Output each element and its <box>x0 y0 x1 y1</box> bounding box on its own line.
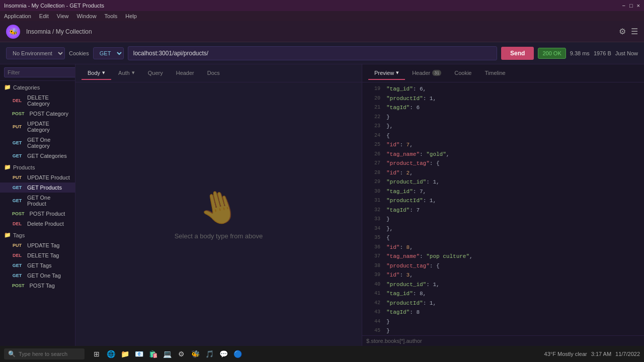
sidebar-item-get-tags[interactable]: GET GET Tags <box>0 260 75 270</box>
title-bar-controls[interactable]: − □ × <box>622 3 640 9</box>
json-line: 20 "productId": 1, <box>362 94 644 104</box>
taskbar-app-vscode[interactable]: 💻 <box>161 348 173 360</box>
request-bar: No Environment Cookies GET Send 200 OK 9… <box>0 42 644 64</box>
taskbar-app-store[interactable]: 🛍️ <box>147 348 159 360</box>
sidebar-item-delete-product[interactable]: DEL Delete Product <box>0 219 75 229</box>
cookies-button[interactable]: Cookies <box>69 50 89 56</box>
tab-timeline[interactable]: Timeline <box>478 67 511 80</box>
sidebar-item-post-product[interactable]: POST POST Product <box>0 209 75 219</box>
settings-icon[interactable]: ⚙ <box>619 27 626 36</box>
sidebar-item-get-one-tag[interactable]: GET GET One Tag <box>0 270 75 281</box>
tab-auth[interactable]: Auth ▾ <box>112 66 141 80</box>
tab-response-header[interactable]: Header 31 <box>406 67 447 80</box>
menu-view[interactable]: View <box>57 13 69 19</box>
sidebar-item-update-product[interactable]: PUT UPDATE Product <box>0 172 75 183</box>
url-input[interactable] <box>128 46 497 60</box>
send-button[interactable]: Send <box>501 47 534 60</box>
taskbar-app-insomnia[interactable]: 🐝 <box>189 348 201 360</box>
sidebar-item-label: POST Category <box>30 111 68 117</box>
line-number: 33 <box>366 215 380 224</box>
line-number: 34 <box>366 225 380 233</box>
menu-tools[interactable]: Tools <box>105 13 118 19</box>
tab-cookie[interactable]: Cookie <box>448 67 477 80</box>
sidebar-section-label: Products <box>13 164 35 170</box>
sidebar-item-update-category[interactable]: PUT UPDATE Category <box>0 119 75 135</box>
sidebar-item-label: GET Products <box>27 185 62 191</box>
sidebar-item-label: UPDATE Tag <box>27 242 59 248</box>
taskbar-search-input[interactable] <box>19 351 79 357</box>
tab-header[interactable]: Header <box>170 67 200 80</box>
taskbar-app-browser[interactable]: 🌐 <box>105 348 117 360</box>
line-number: 19 <box>366 85 380 94</box>
sidebar-item-get-one-product[interactable]: GET GET One Product <box>0 193 75 209</box>
taskbar-app-mail[interactable]: 📧 <box>133 348 145 360</box>
sidebar-filter: ⇅ + <box>0 64 75 81</box>
sidebar-item-update-tag[interactable]: PUT UPDATE Tag <box>0 240 75 250</box>
minimize-button[interactable]: − <box>622 3 625 9</box>
sidebar-section-tags[interactable]: 📁 Tags <box>0 229 75 240</box>
json-line: 35{ <box>362 233 644 243</box>
tab-docs[interactable]: Docs <box>201 67 226 80</box>
json-line: 31 "productId": 1, <box>362 196 644 206</box>
sidebar-item-label: GET Tags <box>27 262 52 268</box>
tab-preview[interactable]: Preview ▾ <box>368 66 405 80</box>
response-body: 19 "tag_id": 6,20 "productId": 1,21 "tag… <box>362 82 644 335</box>
sidebar-item-get-products[interactable]: GET GET Products <box>0 183 75 193</box>
tab-body[interactable]: Body ▾ <box>82 66 111 80</box>
sidebar-item-get-one-category[interactable]: GET GET One Category <box>0 135 75 151</box>
close-button[interactable]: × <box>637 3 640 9</box>
chevron-down-icon: ▾ <box>132 69 135 76</box>
request-panel: Body ▾ Auth ▾ Query Header Docs 🤚 Select… <box>75 64 362 346</box>
taskbar-app-spotify[interactable]: 🎵 <box>203 348 215 360</box>
json-line: 23}, <box>362 122 644 131</box>
menu-edit[interactable]: Edit <box>39 13 49 19</box>
tab-query[interactable]: Query <box>142 67 169 80</box>
taskbar-app-chrome[interactable]: 🔵 <box>231 348 244 360</box>
sidebar-item-delete-category[interactable]: DEL DELETE Category <box>0 93 75 109</box>
body-hint-text: Select a body type from above <box>175 232 263 240</box>
json-content: "tag_id": 8, <box>386 290 426 298</box>
sidebar-item-get-categories[interactable]: GET GET Categories <box>0 151 75 161</box>
method-label: GET <box>10 153 24 159</box>
sidebar-item-post-tag[interactable]: POST POST Tag <box>0 281 75 291</box>
menu-window[interactable]: Window <box>76 13 96 19</box>
json-line: 24{ <box>362 131 644 141</box>
environment-select[interactable]: No Environment <box>6 47 65 59</box>
maximize-button[interactable]: □ <box>629 3 633 9</box>
line-number: 31 <box>366 197 380 205</box>
sidebar-section-label: Categories <box>13 84 40 90</box>
taskbar-app-discord[interactable]: 💬 <box>217 348 229 360</box>
method-select[interactable]: GET <box>93 47 124 59</box>
sidebar-item-post-category[interactable]: POST POST Category <box>0 109 75 119</box>
line-number: 37 <box>366 252 380 261</box>
taskbar-date: 11/7/2022 <box>615 351 640 357</box>
taskbar-search[interactable]: 🔍 <box>4 348 85 359</box>
json-content: "id": 2, <box>386 169 413 177</box>
taskbar-app-windows[interactable]: ⊞ <box>91 348 103 360</box>
folder-icon: 📁 <box>4 232 11 238</box>
line-number: 35 <box>366 234 380 242</box>
taskbar-app-terminal[interactable]: ⚙ <box>175 348 187 360</box>
menu-icon[interactable]: ☰ <box>631 27 638 36</box>
json-content: "tagId": 7 <box>386 206 420 215</box>
menu-application[interactable]: Application <box>4 13 31 19</box>
json-line: 42 "productId": 1, <box>362 299 644 308</box>
folder-icon: 📁 <box>4 84 11 90</box>
sidebar-section-categories[interactable]: 📁 Categories <box>0 81 75 93</box>
sidebar-item-label: GET One Product <box>27 195 71 207</box>
sidebar-item-label: DELETE Category <box>27 95 71 107</box>
jq-bar[interactable]: $.store.books[*].author <box>362 335 644 346</box>
filter-input[interactable] <box>4 67 75 77</box>
line-number: 29 <box>366 178 380 187</box>
json-content: }, <box>386 225 393 233</box>
taskbar-app-files[interactable]: 📁 <box>119 348 131 360</box>
sidebar-item-delete-tag[interactable]: DEL DELETE Tag <box>0 250 75 260</box>
sidebar-item-label: DELETE Tag <box>27 252 59 258</box>
tab-docs-label: Docs <box>207 70 220 76</box>
menu-help[interactable]: Help <box>125 13 137 19</box>
json-content: }, <box>386 122 393 131</box>
json-line: 26 "tag_name": "gold", <box>362 150 644 159</box>
json-content: "product_id": 1, <box>386 281 440 289</box>
sidebar-section-products[interactable]: 📁 Products <box>0 161 75 172</box>
json-line: 33 } <box>362 215 644 224</box>
